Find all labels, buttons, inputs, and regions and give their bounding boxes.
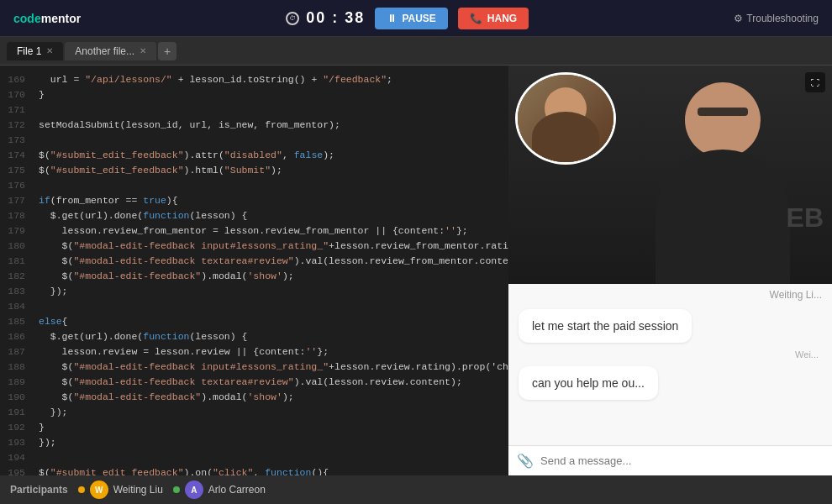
add-tab-button[interactable]: + [158, 42, 176, 60]
pause-icon: ⏸ [387, 13, 397, 24]
chat-messages: let me start the paid session Wei... can… [508, 306, 832, 445]
chat-message-1: let me start the paid session [519, 309, 692, 343]
chat-sender-2-label: Wei... [519, 349, 822, 360]
participant-1-dot [78, 486, 85, 493]
chat-input-area: 📎 [508, 445, 832, 475]
troubleshooting-label: Troubleshooting [746, 13, 819, 24]
participant-1: W Weiting Liu [78, 480, 163, 499]
timer-icon: ⏱ [286, 12, 299, 25]
timer-display: 00 : 38 [306, 9, 365, 27]
participants-label: Participants [10, 484, 68, 496]
participant-2-dot [173, 486, 180, 493]
pause-label: PAUSE [402, 13, 435, 24]
phone-icon: 📞 [470, 13, 482, 24]
chat-message-2: can you help me ou... [519, 366, 658, 400]
top-nav: codementor ⏱ 00 : 38 ⏸ PAUSE 📞 HANG ⚙ Tr… [0, 0, 832, 37]
small-video-feed [515, 72, 616, 165]
plus-icon: + [164, 45, 171, 58]
tab1-close[interactable]: ✕ [46, 46, 53, 55]
participant-2-avatar: A [185, 480, 203, 499]
logo: codementor [13, 12, 81, 25]
main-content: 169 170 171 172 173 174 175 176 177 178 … [0, 66, 832, 475]
chat-message-1-text: let me start the paid session [532, 319, 678, 333]
hangup-button[interactable]: 📞 HANG [458, 8, 529, 29]
chat-input[interactable] [540, 454, 824, 467]
participant-1-name: Weiting Liu [113, 484, 163, 496]
code-lines-container: 169 170 171 172 173 174 175 176 177 178 … [0, 66, 508, 475]
attachment-icon[interactable]: 📎 [517, 453, 534, 469]
tab2-label: Another file... [75, 45, 134, 57]
nav-center: ⏱ 00 : 38 ⏸ PAUSE 📞 HANG [286, 8, 529, 29]
expand-video-button[interactable]: ⛶ [805, 72, 825, 92]
tab2-close[interactable]: ✕ [140, 46, 146, 55]
line-numbers: 169 170 171 172 173 174 175 176 177 178 … [0, 66, 32, 475]
gear-icon: ⚙ [734, 13, 743, 24]
small-person-body [532, 112, 599, 162]
participant-2-name: Arlo Carreon [208, 484, 266, 496]
chat-message-2-text: can you help me ou... [532, 376, 645, 390]
code-content[interactable]: url = "/api/lessons/" + lesson_id.toStri… [32, 66, 508, 475]
participant-2: A Arlo Carreon [173, 480, 266, 499]
code-editor[interactable]: 169 170 171 172 173 174 175 176 177 178 … [0, 66, 508, 475]
expand-icon: ⛶ [811, 78, 819, 87]
participant-1-avatar: W [90, 480, 108, 499]
tab-file1[interactable]: File 1 ✕ [7, 42, 63, 60]
web-text: EB [787, 202, 824, 234]
troubleshooting-link[interactable]: ⚙ Troubleshooting [734, 13, 819, 24]
timer-section: ⏱ 00 : 38 [286, 9, 365, 27]
pause-button[interactable]: ⏸ PAUSE [375, 8, 447, 29]
hangup-label: HANG [487, 13, 517, 24]
tab1-label: File 1 [17, 45, 41, 57]
chat-sender-label: Weiting Li... [508, 284, 832, 306]
tab-file2[interactable]: Another file... ✕ [65, 42, 156, 60]
video-area: EB ⛶ [508, 66, 832, 284]
small-video-inner [518, 75, 613, 162]
nav-left: codementor [13, 12, 81, 25]
chat-panel: Weiting Li... let me start the paid sess… [508, 284, 832, 475]
logo-mentor: mentor [41, 12, 81, 25]
right-panel: EB ⛶ Weiting Li... let me start t [508, 66, 832, 475]
file-tabs: File 1 ✕ Another file... ✕ + [0, 37, 832, 66]
bottom-bar: Participants W Weiting Liu A Arlo Carreo… [0, 475, 832, 504]
